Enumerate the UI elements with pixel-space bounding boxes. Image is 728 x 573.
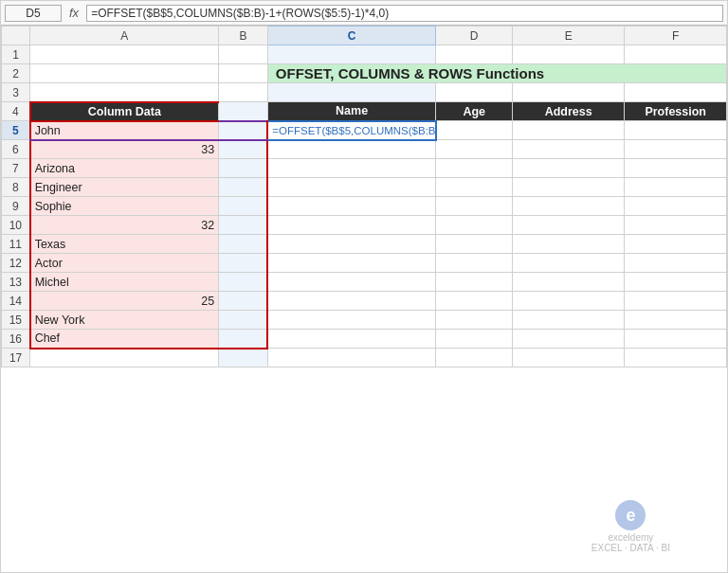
cell-e6[interactable] xyxy=(513,140,625,159)
cell-e4-header[interactable]: Address xyxy=(513,102,625,121)
cell-a8[interactable]: Engineer xyxy=(30,178,219,197)
cell-c10[interactable] xyxy=(267,216,436,235)
cell-c14[interactable] xyxy=(267,292,436,311)
cell-e11[interactable] xyxy=(513,235,625,254)
cell-c4-header[interactable]: Name xyxy=(267,102,436,121)
cell-a3[interactable] xyxy=(30,83,219,102)
cell-f8[interactable] xyxy=(625,178,727,197)
cell-c13[interactable] xyxy=(267,273,436,292)
cell-d3[interactable] xyxy=(436,83,513,102)
cell-b11[interactable] xyxy=(219,235,268,254)
cell-a17[interactable] xyxy=(30,349,219,367)
cell-b5[interactable] xyxy=(219,121,268,140)
cell-b17[interactable] xyxy=(219,349,268,367)
cell-c5-formula[interactable]: =OFFSET($B$5,COLUMNS($B:B)-1+(ROWS($5:5)… xyxy=(267,121,436,140)
cell-f9[interactable] xyxy=(625,197,727,216)
cell-f7[interactable] xyxy=(625,159,727,178)
cell-d8[interactable] xyxy=(436,178,513,197)
cell-c17[interactable] xyxy=(267,349,436,367)
cell-a2[interactable] xyxy=(30,64,219,83)
cell-e13[interactable] xyxy=(513,273,625,292)
cell-e12[interactable] xyxy=(513,254,625,273)
cell-b10[interactable] xyxy=(219,216,268,235)
formula-input[interactable]: =OFFSET($B$5,COLUMNS($B:B)-1+(ROWS($5:5)… xyxy=(86,5,723,22)
cell-a9[interactable]: Sophie xyxy=(30,197,219,216)
cell-d12[interactable] xyxy=(436,254,513,273)
cell-d1[interactable] xyxy=(436,45,513,64)
cell-e1[interactable] xyxy=(513,45,625,64)
cell-e7[interactable] xyxy=(513,159,625,178)
cell-d4-header[interactable]: Age xyxy=(436,102,513,121)
cell-d13[interactable] xyxy=(436,273,513,292)
cell-d5[interactable] xyxy=(436,121,513,140)
cell-c1[interactable] xyxy=(267,45,436,64)
cell-f1[interactable] xyxy=(625,45,727,64)
cell-a11[interactable]: Texas xyxy=(30,235,219,254)
cell-b2[interactable] xyxy=(219,64,268,83)
cell-a4-header[interactable]: Column Data xyxy=(30,102,219,121)
cell-e14[interactable] xyxy=(513,292,625,311)
cell-e15[interactable] xyxy=(513,311,625,330)
cell-a7[interactable]: Arizona xyxy=(30,159,219,178)
cell-f16[interactable] xyxy=(625,330,727,349)
cell-a6[interactable]: 33 xyxy=(30,140,219,159)
cell-b1[interactable] xyxy=(219,45,268,64)
col-header-d[interactable]: D xyxy=(436,27,513,45)
cell-b15[interactable] xyxy=(219,311,268,330)
cell-b12[interactable] xyxy=(219,254,268,273)
cell-f5[interactable] xyxy=(625,121,727,140)
cell-b14[interactable] xyxy=(219,292,268,311)
cell-c2[interactable]: OFFSET, COLUMNS & ROWS Functions xyxy=(267,64,726,83)
cell-c8[interactable] xyxy=(267,178,436,197)
cell-b6[interactable] xyxy=(219,140,268,159)
cell-a5[interactable]: John xyxy=(30,121,219,140)
cell-c16[interactable] xyxy=(267,330,436,349)
cell-a14[interactable]: 25 xyxy=(30,292,219,311)
cell-e3[interactable] xyxy=(513,83,625,102)
col-header-f[interactable]: F xyxy=(625,27,727,45)
cell-b4[interactable] xyxy=(219,102,268,121)
cell-c3[interactable] xyxy=(267,83,436,102)
cell-f3[interactable] xyxy=(625,83,727,102)
cell-c11[interactable] xyxy=(267,235,436,254)
cell-b13[interactable] xyxy=(219,273,268,292)
cell-a12[interactable]: Actor xyxy=(30,254,219,273)
cell-a15[interactable]: New York xyxy=(30,311,219,330)
cell-f12[interactable] xyxy=(625,254,727,273)
cell-a1[interactable] xyxy=(30,45,219,64)
cell-f10[interactable] xyxy=(625,216,727,235)
cell-c9[interactable] xyxy=(267,197,436,216)
cell-e5[interactable] xyxy=(513,121,625,140)
cell-b7[interactable] xyxy=(219,159,268,178)
cell-b9[interactable] xyxy=(219,197,268,216)
cell-a16[interactable]: Chef xyxy=(30,330,219,349)
name-box[interactable]: D5 xyxy=(5,5,62,22)
cell-b8[interactable] xyxy=(219,178,268,197)
cell-b3[interactable] xyxy=(219,83,268,102)
cell-e8[interactable] xyxy=(513,178,625,197)
cell-d9[interactable] xyxy=(436,197,513,216)
cell-f13[interactable] xyxy=(625,273,727,292)
cell-d14[interactable] xyxy=(436,292,513,311)
cell-f6[interactable] xyxy=(625,140,727,159)
cell-d6[interactable] xyxy=(436,140,513,159)
cell-c6[interactable] xyxy=(267,140,436,159)
cell-d7[interactable] xyxy=(436,159,513,178)
cell-a10[interactable]: 32 xyxy=(30,216,219,235)
col-header-c[interactable]: C xyxy=(267,27,436,45)
cell-e9[interactable] xyxy=(513,197,625,216)
cell-f11[interactable] xyxy=(625,235,727,254)
col-header-a[interactable]: A xyxy=(30,27,219,45)
cell-c15[interactable] xyxy=(267,311,436,330)
cell-d10[interactable] xyxy=(436,216,513,235)
cell-f15[interactable] xyxy=(625,311,727,330)
cell-e17[interactable] xyxy=(513,349,625,367)
cell-f17[interactable] xyxy=(625,349,727,367)
cell-c7[interactable] xyxy=(267,159,436,178)
col-header-e[interactable]: E xyxy=(513,27,625,45)
cell-a13[interactable]: Michel xyxy=(30,273,219,292)
cell-d11[interactable] xyxy=(436,235,513,254)
cell-b16[interactable] xyxy=(219,330,268,349)
cell-d15[interactable] xyxy=(436,311,513,330)
col-header-b[interactable]: B xyxy=(219,27,268,45)
